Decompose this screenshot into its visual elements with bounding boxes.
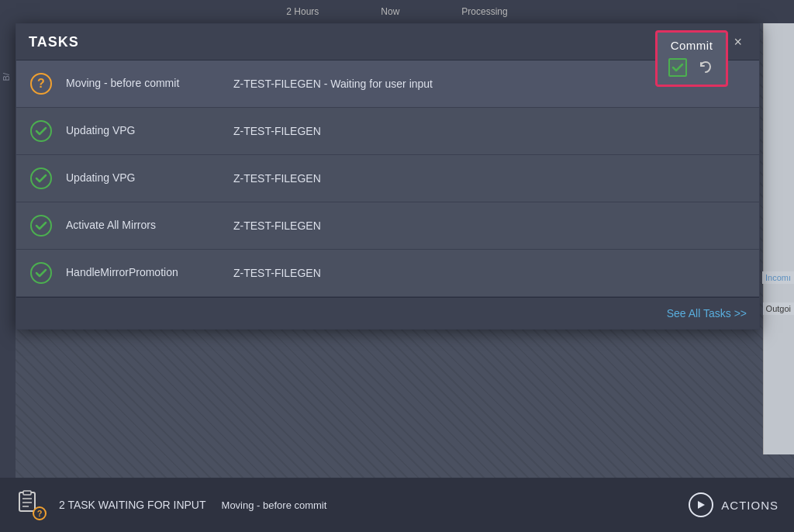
- svg-marker-5: [698, 501, 705, 509]
- waiting-label: 2 TASK WAITING FOR INPUT: [59, 499, 206, 511]
- status-bar: ? 2 TASK WAITING FOR INPUT Moving - befo…: [0, 478, 794, 532]
- topbar-col3: Processing: [461, 6, 507, 17]
- commit-confirm-button[interactable]: [667, 57, 689, 78]
- checkmark-icon: [35, 267, 47, 279]
- checkmark-icon: [35, 125, 47, 137]
- waiting-task-name: Moving - before commit: [222, 499, 327, 511]
- commit-undo-button[interactable]: [695, 57, 716, 78]
- right-panel: Incomı Outgoi: [763, 23, 794, 454]
- checkmark-icon: [671, 61, 684, 74]
- task-target: Z-TEST-FILEGEN: [233, 219, 747, 232]
- modal-close-button[interactable]: ×: [729, 33, 747, 50]
- commit-check-icon: [668, 58, 687, 77]
- task-name: Moving - before commit: [66, 76, 221, 92]
- outgoing-label: Outgoi: [763, 302, 794, 315]
- task-target: Z-TEST-FILEGEN: [233, 267, 747, 279]
- check-icon: [30, 168, 52, 189]
- topbar-col1: 2 Hours: [286, 6, 319, 17]
- modal-title: TASKS: [29, 34, 79, 50]
- tasks-list: ? Moving - before commit Z-TEST-FILEGEN …: [16, 60, 759, 297]
- tasks-modal: TASKS Commit: [16, 23, 760, 330]
- topbar-col2: Now: [381, 6, 399, 17]
- actions-button[interactable]: ACTIONS: [689, 492, 778, 517]
- see-all-tasks-link[interactable]: See All Tasks >>: [667, 307, 747, 320]
- checkmark-icon: [35, 219, 47, 232]
- task-status-icon: [29, 213, 54, 238]
- checkmark-icon: [35, 172, 47, 185]
- commit-popup: Commit: [655, 30, 728, 87]
- status-bar-icon: ?: [16, 489, 47, 520]
- task-status-icon: ?: [29, 71, 54, 96]
- task-name: Activate All Mirrors: [66, 218, 221, 233]
- actions-label: ACTIONS: [721, 499, 778, 512]
- table-row: ? Moving - before commit Z-TEST-FILEGEN …: [16, 60, 759, 108]
- task-target: Z-TEST-FILEGEN: [233, 172, 747, 185]
- left-sidebar: B/: [0, 23, 16, 478]
- table-row: Updating VPG Z-TEST-FILEGEN: [16, 155, 759, 202]
- task-target: Z-TEST-FILEGEN: [233, 125, 747, 137]
- question-icon: ?: [30, 73, 52, 95]
- table-row: Updating VPG Z-TEST-FILEGEN: [16, 108, 759, 155]
- modal-header: TASKS Commit: [16, 24, 759, 60]
- task-status-icon: [29, 166, 54, 191]
- task-name: HandleMirrorPromotion: [66, 265, 221, 281]
- undo-icon: [698, 60, 713, 75]
- check-icon: [30, 120, 52, 142]
- play-icon: [689, 492, 713, 517]
- modal-footer: See All Tasks >>: [16, 297, 759, 329]
- task-name: Updating VPG: [66, 123, 221, 139]
- task-status-icon: [29, 261, 54, 285]
- task-status-icon: [29, 119, 54, 143]
- top-bar: 2 Hours Now Processing: [0, 0, 794, 23]
- svg-rect-1: [23, 491, 31, 495]
- check-icon: [30, 262, 52, 284]
- incoming-label: Incomı: [762, 271, 794, 284]
- commit-label: Commit: [671, 39, 713, 52]
- left-sidebar-label: B/: [0, 70, 12, 84]
- play-triangle-icon: [696, 499, 706, 510]
- task-name: Updating VPG: [66, 171, 221, 186]
- table-row: HandleMirrorPromotion Z-TEST-FILEGEN: [16, 250, 759, 297]
- table-row: Activate All Mirrors Z-TEST-FILEGEN: [16, 202, 759, 250]
- warning-badge-icon: ?: [33, 506, 47, 520]
- commit-actions: [667, 57, 716, 78]
- check-icon: [30, 215, 52, 237]
